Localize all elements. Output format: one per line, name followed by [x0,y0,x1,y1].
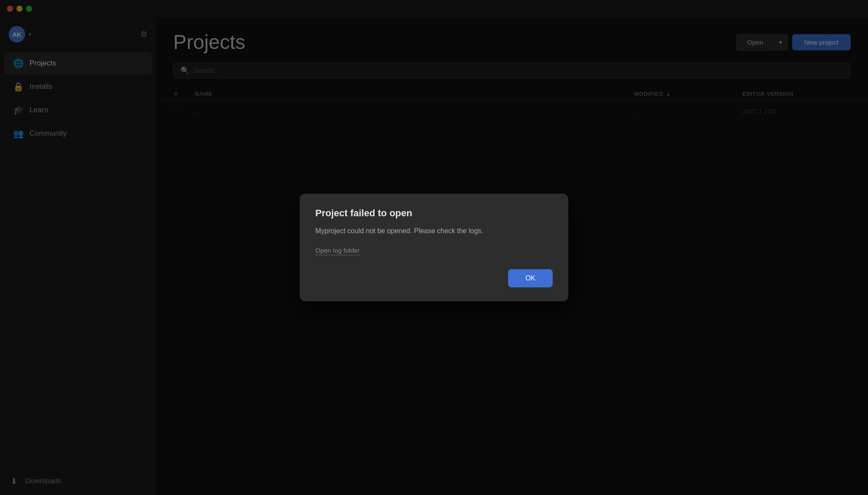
modal-overlay: Project failed to open Myproject could n… [0,0,868,495]
dialog-message: Myproject could not be opened. Please ch… [315,226,553,236]
ok-button[interactable]: OK [508,269,553,287]
error-dialog: Project failed to open Myproject could n… [300,194,568,301]
open-log-folder-link[interactable]: Open log folder [315,247,360,255]
dialog-footer: OK [315,269,553,287]
dialog-title: Project failed to open [315,208,553,219]
